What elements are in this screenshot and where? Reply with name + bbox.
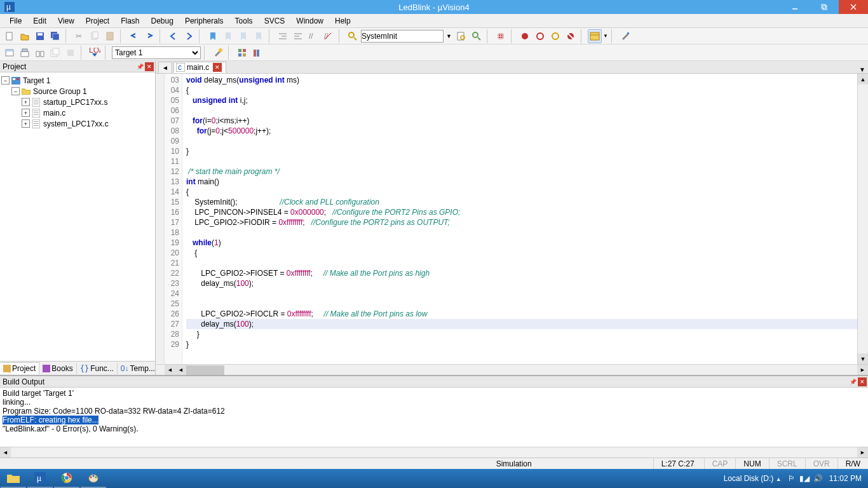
- menu-debug[interactable]: Debug: [146, 15, 179, 27]
- panel-close-icon[interactable]: ✕: [145, 62, 154, 71]
- tray-flag-icon[interactable]: 🏳: [788, 474, 796, 483]
- panel-tab-temp[interactable]: 0↓ Temp...: [118, 363, 155, 374]
- maximize-button[interactable]: [810, 0, 839, 14]
- breakpoint-insert-icon[interactable]: [518, 29, 532, 43]
- tab-list-dropdown-icon[interactable]: ▼: [859, 66, 865, 73]
- panel-close-icon[interactable]: ✕: [858, 377, 867, 386]
- breakpoint-disable-icon[interactable]: [548, 29, 562, 43]
- tab-close-icon[interactable]: ✕: [213, 63, 222, 72]
- tree-file[interactable]: +system_LPC17xx.c: [1, 118, 154, 129]
- scroll-right-icon[interactable]: ►: [857, 365, 868, 375]
- breakpoint-enable-icon[interactable]: [533, 29, 547, 43]
- nav-fwd-icon[interactable]: [182, 29, 196, 43]
- unindent-icon[interactable]: [291, 29, 305, 43]
- cut-icon[interactable]: ✂: [72, 29, 86, 43]
- bookmark-next-icon[interactable]: [236, 29, 250, 43]
- tray-volume-icon[interactable]: 🔊: [813, 474, 823, 483]
- pin-icon[interactable]: 📌: [848, 377, 857, 386]
- panel-tab-books[interactable]: Books: [39, 363, 76, 374]
- menu-project[interactable]: Project: [80, 15, 115, 27]
- taskbar-drive[interactable]: Local Disk (D:) ▲: [724, 474, 782, 483]
- menu-view[interactable]: View: [52, 15, 80, 27]
- tree-root[interactable]: − Target 1: [1, 75, 154, 86]
- find-icon[interactable]: [346, 29, 360, 43]
- file-extensions-icon[interactable]: [235, 46, 249, 60]
- incremental-find-icon[interactable]: [470, 29, 484, 43]
- batch-build-icon[interactable]: [48, 46, 62, 60]
- taskbar-paint-icon[interactable]: [81, 469, 106, 488]
- stop-build-icon[interactable]: [64, 46, 78, 60]
- tree-file[interactable]: +startup_LPC17xx.s: [1, 97, 154, 107]
- file-tab-main-c[interactable]: c main.c ✕: [173, 62, 226, 73]
- undo-icon[interactable]: [127, 29, 141, 43]
- configure-icon[interactable]: [618, 29, 632, 43]
- paste-icon[interactable]: [103, 29, 117, 43]
- scroll-down-icon[interactable]: ▼: [858, 353, 868, 364]
- tree-group[interactable]: − Source Group 1: [1, 86, 154, 97]
- pin-icon[interactable]: 📌: [135, 62, 144, 71]
- target-options-icon[interactable]: [211, 46, 225, 60]
- close-button[interactable]: [839, 0, 868, 14]
- minimize-button[interactable]: [780, 0, 810, 14]
- menu-svcs[interactable]: SVCS: [259, 15, 291, 27]
- translate-icon[interactable]: [3, 46, 17, 60]
- find-dropdown-icon[interactable]: ▼: [445, 33, 453, 39]
- bookmark-gutter[interactable]: [156, 74, 165, 364]
- tab-nav-left-icon[interactable]: ◄: [158, 62, 172, 73]
- breakpoint-kill-icon[interactable]: [564, 29, 578, 43]
- build-icon[interactable]: [18, 46, 32, 60]
- menu-flash[interactable]: Flash: [115, 15, 145, 27]
- system-tray[interactable]: 🏳 ▮◢ 🔊: [788, 474, 823, 483]
- hscroll-thumb[interactable]: [186, 365, 224, 375]
- nav-back-icon[interactable]: [166, 29, 180, 43]
- taskbar-uvision-icon[interactable]: µ: [27, 469, 53, 488]
- find-in-files-icon[interactable]: [454, 29, 468, 43]
- menu-tools[interactable]: Tools: [229, 15, 259, 27]
- rebuild-icon[interactable]: [33, 46, 47, 60]
- bookmark-prev-icon[interactable]: [221, 29, 235, 43]
- scroll-left2-icon[interactable]: ◄: [175, 365, 186, 375]
- menu-file[interactable]: File: [4, 15, 27, 27]
- open-file-icon[interactable]: [18, 29, 32, 43]
- taskbar-explorer-icon[interactable]: [1, 469, 26, 488]
- menu-help[interactable]: Help: [329, 15, 356, 27]
- manage-books-icon[interactable]: [250, 46, 264, 60]
- editor-vscrollbar[interactable]: ▲ ▼: [857, 74, 868, 364]
- menu-edit[interactable]: Edit: [27, 15, 52, 27]
- project-tree[interactable]: − Target 1 − Source Group 1 +startup_LPC…: [0, 72, 155, 361]
- download-icon[interactable]: LOAD: [88, 46, 102, 60]
- redo-icon[interactable]: [142, 29, 156, 43]
- bookmark-toggle-icon[interactable]: [206, 29, 220, 43]
- comment-icon[interactable]: //: [306, 29, 320, 43]
- build-output-text[interactable]: Build target 'Target 1'linking...Program…: [0, 388, 868, 447]
- svg-rect-64: [34, 100, 39, 100]
- scroll-left-icon[interactable]: ◄: [0, 447, 11, 458]
- target-select[interactable]: Target 1: [112, 46, 201, 59]
- panel-tab-func[interactable]: {} Func...: [77, 363, 118, 374]
- copy-icon[interactable]: [88, 29, 102, 43]
- build-hscrollbar[interactable]: ◄ ►: [0, 447, 868, 458]
- bookmark-clear-icon[interactable]: [252, 29, 266, 43]
- panel-tab-project[interactable]: Project: [0, 362, 39, 374]
- indent-icon[interactable]: [276, 29, 290, 43]
- window-layout-icon[interactable]: [588, 29, 602, 43]
- window-layout-dropdown-icon[interactable]: ▼: [603, 33, 608, 39]
- taskbar-clock[interactable]: 11:02 PM: [829, 474, 862, 483]
- editor-hscrollbar[interactable]: ◄ ◄ ►: [156, 364, 868, 375]
- debug-icon[interactable]: [494, 29, 508, 43]
- new-file-icon[interactable]: [3, 29, 17, 43]
- menu-window[interactable]: Window: [290, 15, 329, 27]
- code-editor[interactable]: void delay_ms(unsigned int ms){ unsigned…: [182, 74, 857, 364]
- svg-rect-65: [34, 102, 39, 102]
- uncomment-icon[interactable]: //: [322, 29, 336, 43]
- save-icon[interactable]: [33, 29, 47, 43]
- taskbar-chrome-icon[interactable]: [54, 469, 79, 488]
- menu-peripherals[interactable]: Peripherals: [179, 15, 229, 27]
- find-combo[interactable]: [361, 30, 444, 43]
- scroll-right-icon[interactable]: ►: [857, 447, 868, 458]
- scroll-up-icon[interactable]: ▲: [858, 74, 868, 85]
- tray-network-icon[interactable]: ▮◢: [799, 474, 810, 483]
- save-all-icon[interactable]: [48, 29, 62, 43]
- scroll-left-icon[interactable]: ◄: [165, 365, 175, 375]
- tree-file[interactable]: +main.c: [1, 107, 154, 118]
